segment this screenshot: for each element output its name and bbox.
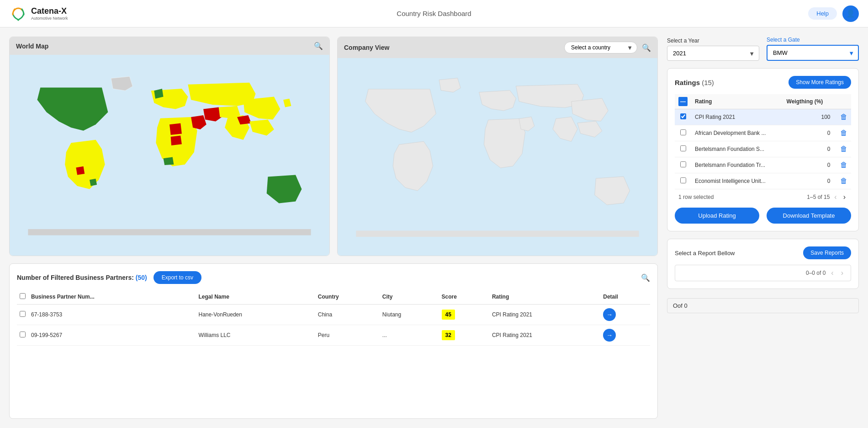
cell-city: ... [380,325,439,346]
cell-detail: → [600,325,650,346]
ratings-row: African Development Bank ... 0 🗑 [675,125,851,141]
export-csv-button[interactable]: Export to csv [153,271,201,284]
detail-arrow-button[interactable]: → [603,308,616,321]
ratings-cb-cell [675,109,691,125]
cell-country: China [315,305,380,325]
year-select[interactable]: 2021 2020 2019 2022 2023 [667,46,759,61]
col-bp-num: Business Partner Num... [28,289,196,305]
report-prev-button[interactable]: ‹ [829,269,835,277]
ratings-weight-cell: 0 [783,141,834,157]
ratings-name-cell: Bertelsmann Foundation Tr... [691,157,783,173]
ratings-cb-cell [675,173,691,189]
col-score: Score [439,289,489,305]
ratings-header-row: — Rating Weigthing (%) [675,94,851,109]
report-card: Select a Report Bellow Save Reports 0–0 … [667,239,859,289]
company-view-svg [338,58,657,256]
company-view-zoom-icon[interactable]: 🔍 [642,43,651,52]
report-pagination-label: 0–0 of 0 [806,270,826,276]
ratings-row-checkbox[interactable] [680,113,686,119]
cell-legal-name: Hane-VonRueden [196,305,315,325]
save-reports-button[interactable]: Save Reports [803,246,851,259]
col-legal-name: Legal Name [196,289,315,305]
ratings-row-selected-label: 1 row selected [678,194,714,200]
maps-row: World Map 🔍 [9,37,658,256]
cell-legal-name: Williams LLC [196,325,315,346]
cell-bp-num: 67-188-3753 [28,305,196,325]
ratings-delete-icon[interactable]: 🗑 [840,113,847,121]
antarctica [28,229,311,235]
gate-select[interactable]: BMW Gate 2 Gate 3 [767,45,859,61]
ratings-title: Ratings (15) [675,79,714,86]
company-view-title: Company View [344,44,389,51]
gate-selector-label: Select a Gate [767,37,859,43]
report-label: Select a Report Bellow [675,250,735,257]
cell-score: 45 [439,305,489,325]
report-header: Select a Report Bellow Save Reports [675,246,851,259]
logo-area: Catena-X Automotive Network [9,5,68,23]
table-top-row: Number of Filtered Business Partners: (5… [17,271,650,284]
ratings-cb-cell [675,125,691,141]
ratings-cb-cell [675,157,691,173]
ratings-row-checkbox[interactable] [680,129,686,135]
row-checkbox[interactable] [20,311,26,317]
world-map-zoom-icon[interactable]: 🔍 [314,42,323,50]
logo-sub: Automotive Network [31,16,68,21]
show-more-ratings-button[interactable]: Show More Ratings [789,76,851,89]
ratings-delete-icon[interactable]: 🗑 [840,129,847,137]
south-america-red [76,166,85,175]
filtered-count: (50) [136,274,147,281]
ratings-header: Ratings (15) Show More Ratings [675,76,851,89]
download-template-button[interactable]: Download Template [767,208,851,224]
ratings-delete-icon[interactable]: 🗑 [840,161,847,169]
ratings-row: Bertelsmann Foundation Tr... 0 🗑 [675,157,851,173]
ratings-delete-cell: 🗑 [834,141,851,157]
africa-green [164,157,174,166]
ratings-delete-icon[interactable]: 🗑 [840,177,847,185]
ratings-pagination: 1–5 of 15 ‹ › [807,193,847,201]
ratings-count: (15) [702,79,714,86]
south-america-green-south [90,179,97,186]
table-search-icon[interactable]: 🔍 [641,273,650,282]
ratings-row-checkbox[interactable] [680,161,686,167]
ratings-select-all-icon: — [678,97,688,106]
table-row: 09-199-5267 Williams LLC Peru ... 32 CPI… [17,325,650,346]
cell-score: 32 [439,325,489,346]
table-header-row: Business Partner Num... Legal Name Count… [17,289,650,305]
table-row: 67-188-3753 Hane-VonRueden China Niutang… [17,305,650,325]
ratings-name-cell: Economist Intelligence Unit... [691,173,783,189]
ratings-row-checkbox[interactable] [680,177,686,183]
cell-city: Niutang [380,305,439,325]
filtered-title: Number of Filtered Business Partners: (5… [17,274,147,281]
upload-rating-button[interactable]: Upload Rating [675,208,759,224]
table-select-all-checkbox[interactable] [20,293,26,299]
ratings-delete-cell: 🗑 [834,157,851,173]
detail-arrow-button[interactable]: → [603,329,616,342]
report-next-button[interactable]: › [839,269,845,277]
avatar[interactable]: 👤 [842,5,859,22]
world-map-card: World Map 🔍 [9,37,330,256]
business-partners-table: Business Partner Num... Legal Name Count… [17,289,650,346]
col-city: City [380,289,439,305]
ratings-name-cell: African Development Bank ... [691,125,783,141]
oof-bar: Oof 0 [667,298,859,313]
ratings-row: Economist Intelligence Unit... 0 🗑 [675,173,851,189]
ratings-delete-cell: 🗑 [834,109,851,125]
avatar-icon: 👤 [846,9,855,18]
ratings-prev-button[interactable]: ‹ [832,193,838,201]
action-buttons-row: Upload Rating Download Template [675,208,851,224]
row-checkbox[interactable] [20,332,26,337]
company-view-map-body [338,58,657,256]
ratings-delete-icon[interactable]: 🗑 [840,145,847,153]
ratings-row-checkbox[interactable] [680,145,686,151]
africa-red2 [171,135,182,145]
ratings-next-button[interactable]: › [842,193,847,201]
help-button[interactable]: Help [808,7,837,20]
year-selector-label: Select a Year [667,37,759,44]
world-map-svg [10,55,329,256]
cell-bp-num: 09-199-5267 [28,325,196,346]
gate-select-wrapper: BMW Gate 2 Gate 3 ▼ [767,45,859,61]
ratings-name-cell: Bertelsmann Foundation S... [691,141,783,157]
ratings-delete-cell: 🗑 [834,125,851,141]
cell-country: Peru [315,325,380,346]
country-select[interactable]: Select a country China Germany USA [564,42,637,54]
